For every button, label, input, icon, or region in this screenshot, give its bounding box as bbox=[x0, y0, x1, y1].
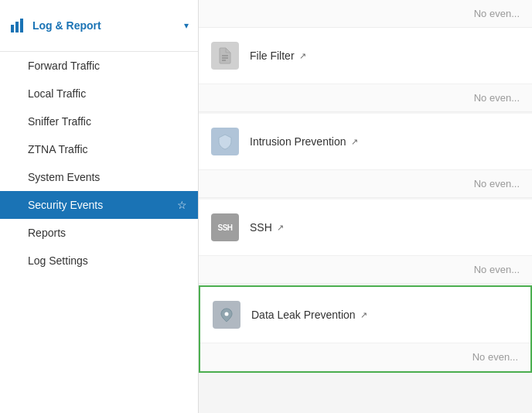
file-filter-no-events: No even... bbox=[199, 84, 532, 112]
top-no-events-bar: No even... bbox=[199, 0, 532, 28]
sidebar-header-title: Log & Report bbox=[32, 19, 184, 32]
file-filter-title: File Filter ↗ bbox=[250, 49, 306, 62]
sidebar-item-ztna-traffic[interactable]: ZTNA Traffic bbox=[0, 135, 198, 163]
dlp-title: Data Leak Prevention ↗ bbox=[251, 309, 367, 321]
sidebar-item-forward-traffic[interactable]: Forward Traffic bbox=[0, 52, 198, 80]
svg-rect-2 bbox=[20, 19, 23, 32]
intrusion-prevention-card: Intrusion Prevention ↗ No even... bbox=[199, 114, 532, 198]
sidebar-item-log-settings[interactable]: Log Settings bbox=[0, 247, 198, 275]
star-icon[interactable]: ☆ bbox=[177, 199, 187, 211]
ssh-card-header[interactable]: SSH SSH ↗ bbox=[199, 200, 532, 256]
ssh-icon: SSH bbox=[211, 213, 239, 241]
dlp-no-events: No even... bbox=[200, 343, 530, 371]
file-filter-card: File Filter ↗ No even... bbox=[199, 28, 532, 112]
ssh-title: SSH ↗ bbox=[250, 221, 284, 234]
sidebar-item-sniffer-traffic[interactable]: Sniffer Traffic bbox=[0, 108, 198, 135]
chart-icon bbox=[9, 17, 26, 34]
sidebar-item-reports[interactable]: Reports bbox=[0, 219, 198, 247]
intrusion-prevention-no-events: No even... bbox=[199, 170, 532, 198]
dlp-external-link-icon[interactable]: ↗ bbox=[360, 310, 367, 320]
no-events-text: No even... bbox=[474, 8, 520, 19]
intrusion-prevention-icon bbox=[211, 128, 239, 155]
intrusion-prevention-external-link-icon[interactable]: ↗ bbox=[351, 137, 358, 147]
ssh-card: SSH SSH ↗ No even... bbox=[199, 200, 532, 284]
sidebar-item-local-traffic[interactable]: Local Traffic bbox=[0, 80, 198, 108]
sidebar-header[interactable]: Log & Report ▾ bbox=[0, 0, 198, 52]
sidebar-item-system-events[interactable]: System Events bbox=[0, 163, 198, 191]
intrusion-prevention-title: Intrusion Prevention ↗ bbox=[250, 135, 358, 148]
file-filter-card-header[interactable]: File Filter ↗ bbox=[199, 28, 532, 84]
svg-rect-0 bbox=[11, 25, 14, 32]
svg-point-6 bbox=[225, 312, 229, 316]
file-filter-external-link-icon[interactable]: ↗ bbox=[299, 51, 306, 61]
ssh-no-events: No even... bbox=[199, 256, 532, 284]
main-content: No even... File Filter ↗ No even... bbox=[199, 0, 532, 413]
dlp-icon bbox=[213, 301, 240, 329]
file-filter-icon bbox=[211, 42, 239, 70]
ssh-external-link-icon[interactable]: ↗ bbox=[277, 223, 284, 233]
chevron-down-icon: ▾ bbox=[184, 20, 189, 31]
dlp-card-header[interactable]: Data Leak Prevention ↗ bbox=[200, 287, 530, 343]
svg-rect-1 bbox=[15, 22, 19, 32]
intrusion-prevention-card-header[interactable]: Intrusion Prevention ↗ bbox=[199, 114, 532, 170]
sidebar-item-security-events[interactable]: Security Events ☆ bbox=[0, 191, 198, 219]
sidebar: Log & Report ▾ Forward Traffic Local Tra… bbox=[0, 0, 199, 413]
dlp-card: Data Leak Prevention ↗ No even... bbox=[199, 285, 532, 373]
